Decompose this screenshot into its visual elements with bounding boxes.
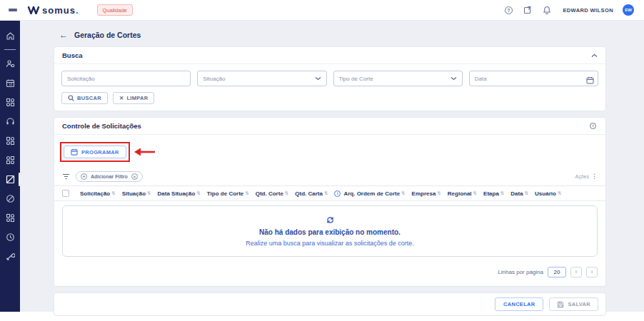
info-icon[interactable]: i [590, 123, 596, 129]
programar-button[interactable]: PROGRAMAR [64, 146, 126, 158]
grid-icon [6, 156, 15, 165]
limpar-button[interactable]: ✕ LIMPAR [113, 92, 155, 104]
annotation-arrow [132, 147, 156, 157]
column-label: Etapa [483, 190, 499, 197]
avatar-initials: EW [625, 8, 632, 12]
brand-logo[interactable]: somus . [27, 5, 79, 16]
app-root: somus . Qualidade ? EDWARD WILSON [0, 0, 644, 312]
column-header-arq-ordem-de-corte[interactable]: iArq. Ordem de Corte⇅ [334, 190, 405, 197]
empty-state-subtitle: Realize uma busca para visualizar as sol… [246, 240, 414, 247]
salvar-button[interactable]: SALVAR [549, 297, 598, 311]
annotation-highlight-box: PROGRAMAR [60, 142, 130, 162]
tipo-corte-select[interactable]: Tipo de Corte [333, 71, 463, 86]
column-header-qtd-corte[interactable]: Qtd. Corte⇅ [256, 190, 289, 197]
save-icon [557, 301, 564, 308]
add-filter-label: Adicionar Filtro [91, 174, 128, 179]
back-button[interactable]: ← [59, 31, 68, 39]
menu-toggle-button[interactable] [7, 7, 19, 14]
salvar-label: SALVAR [568, 301, 590, 307]
search-panel: Busca Situação Tipo d [54, 46, 606, 111]
chevron-down-icon [315, 76, 321, 81]
sort-icon: ⇅ [500, 190, 504, 196]
rows-per-page-input[interactable] [548, 267, 566, 277]
solicitacao-field-wrap [61, 71, 191, 86]
situacao-placeholder: Situação [203, 76, 225, 82]
search-buttons: BUSCAR ✕ LIMPAR [54, 91, 605, 111]
chevron-up-icon[interactable] [591, 54, 598, 58]
prev-page-button[interactable]: ‹ [570, 267, 582, 277]
search-fields: Situação Tipo de Corte [54, 64, 605, 91]
search-icon [68, 95, 74, 101]
sidebar-item-reports[interactable] [0, 208, 20, 228]
page-header: ← Geração de Cortes [54, 29, 606, 46]
user-name: EDWARD WILSON [563, 7, 613, 14]
bell-icon [543, 6, 551, 14]
svg-text:10: 10 [9, 83, 13, 86]
select-all-checkbox[interactable] [62, 190, 69, 197]
sidebar-item-calendar[interactable]: 10 [0, 73, 20, 93]
calendar-icon [71, 148, 78, 156]
search-panel-header[interactable]: Busca [54, 47, 605, 64]
compose-button[interactable] [523, 5, 533, 15]
tipo-corte-field-wrap: Tipo de Corte [333, 71, 463, 86]
rows-per-page-label: Linhas por página [498, 269, 543, 275]
info-icon: i [334, 190, 341, 197]
sidebar-item-users[interactable] [0, 54, 20, 73]
control-panel-title: Controle de Solicitações [62, 122, 141, 130]
page-title: Geração de Cortes [74, 31, 141, 39]
column-header-data[interactable]: Data⇅ [510, 190, 528, 197]
somus-logo-icon [27, 6, 40, 15]
actions-label: Ações [575, 174, 589, 179]
buscar-button[interactable]: BUSCAR [61, 92, 108, 104]
table-header-row: Solicitação⇅ Situação⇅ Data Situação⇅ Ti… [54, 185, 605, 201]
programar-zone: PROGRAMAR [54, 135, 605, 168]
sidebar-item-processes[interactable] [0, 131, 20, 151]
sort-icon: ⇅ [285, 190, 288, 196]
sort-icon: ⇅ [245, 190, 248, 196]
column-header-tipo-de-corte[interactable]: Tipo de Corte⇅ [207, 190, 249, 197]
sidebar-item-history[interactable] [0, 228, 20, 247]
column-header-situacao[interactable]: Situação⇅ [122, 190, 151, 197]
situacao-field-wrap: Situação [197, 71, 326, 86]
close-icon: ✕ [119, 95, 124, 101]
cancelar-button[interactable]: CANCELAR [495, 297, 543, 311]
sort-icon: ⇅ [401, 190, 405, 196]
sidebar-item-tools[interactable] [0, 247, 20, 266]
sidebar-item-components[interactable] [0, 151, 20, 170]
buscar-label: BUSCAR [77, 95, 101, 101]
plus-circle-icon: + [81, 173, 87, 180]
history-clock-icon [6, 233, 15, 242]
column-header-etapa[interactable]: Etapa⇅ [483, 190, 504, 197]
control-panel-header: Controle de Solicitações i [54, 118, 605, 135]
close-circle-icon[interactable]: ✕ [131, 173, 138, 180]
column-header-data-situacao[interactable]: Data Situação⇅ [158, 190, 201, 197]
add-filter-chip[interactable]: + Adicionar Filtro ✕ [76, 171, 143, 182]
column-header-qtd-carta[interactable]: Qtd. Carta⇅ [295, 190, 328, 197]
filter-icon[interactable] [62, 173, 70, 180]
column-header-usuario[interactable]: Usuário⇅ [535, 190, 561, 197]
dots-vertical-icon: ⋮ [591, 173, 598, 180]
empty-state: Não há dados para exibição no momento. R… [62, 205, 598, 257]
help-button[interactable]: ? [503, 5, 513, 15]
sidebar-item-home[interactable] [0, 26, 20, 46]
next-page-button[interactable]: › [586, 267, 598, 277]
notifications-button[interactable] [542, 5, 552, 15]
empty-state-title: Não há dados para exibição no momento. [259, 228, 401, 236]
sidebar-item-cortes-active[interactable] [0, 170, 20, 189]
solicitacao-input[interactable] [61, 71, 191, 86]
pagination: Linhas por página ‹ › [54, 257, 605, 279]
grid-icon [6, 136, 15, 146]
sidebar-item-blocked[interactable] [0, 189, 20, 208]
actions-menu-button[interactable]: Ações ⋮ [575, 173, 598, 180]
situacao-select[interactable]: Situação [197, 71, 326, 86]
user-avatar[interactable]: EW [623, 4, 634, 16]
sort-icon: ⇅ [111, 190, 115, 196]
sidebar-item-support[interactable] [0, 112, 20, 131]
column-header-solicitacao[interactable]: Solicitação⇅ [80, 190, 116, 197]
sidebar-item-modules[interactable] [0, 93, 20, 112]
column-header-empresa[interactable]: Empresa⇅ [412, 190, 441, 197]
column-header-regional[interactable]: Regional⇅ [448, 190, 477, 197]
column-label: Situação [122, 190, 146, 197]
data-input[interactable] [469, 71, 598, 86]
hamburger-icon [9, 9, 17, 12]
